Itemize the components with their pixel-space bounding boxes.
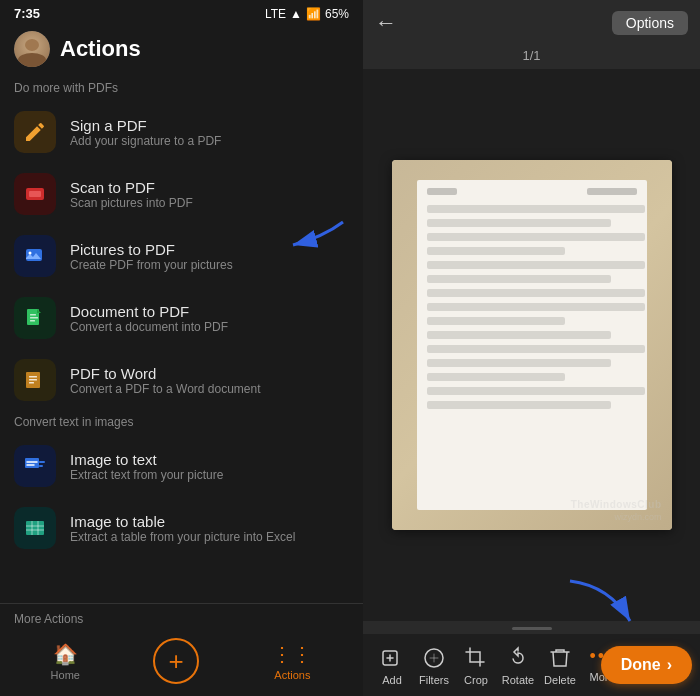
image-text-icon bbox=[14, 445, 56, 487]
image-text-subtitle: Extract text from your picture bbox=[70, 468, 223, 482]
doc-line-13 bbox=[427, 373, 565, 381]
network-indicator: LTE bbox=[265, 7, 286, 21]
action-item-sign-pdf[interactable]: Sign a PDF Add your signature to a PDF bbox=[0, 101, 363, 163]
watermark-text-2: wizydn.com bbox=[614, 512, 661, 522]
pdf-word-icon bbox=[14, 359, 56, 401]
nav-add-button[interactable]: + bbox=[153, 638, 199, 684]
svg-rect-2 bbox=[26, 249, 42, 261]
scan-pdf-text: Scan to PDF Scan pictures into PDF bbox=[70, 179, 193, 210]
doc-line-11 bbox=[427, 345, 646, 353]
action-item-image-text[interactable]: Image to text Extract text from your pic… bbox=[0, 435, 363, 497]
document-image: TheWindowsClub wizydn.com bbox=[392, 160, 672, 530]
back-button[interactable]: ← bbox=[375, 10, 397, 36]
rotate-icon bbox=[506, 646, 530, 670]
image-table-subtitle: Extract a table from your picture into E… bbox=[70, 530, 295, 544]
doc-line-8 bbox=[427, 303, 646, 311]
actions-icon: ⋮⋮ bbox=[272, 642, 312, 666]
toolbar-rotate[interactable]: Rotate bbox=[497, 646, 539, 686]
pdf-word-title: PDF to Word bbox=[70, 365, 261, 382]
pdf-word-text: PDF to Word Convert a PDF to a Word docu… bbox=[70, 365, 261, 396]
doc-pdf-text: Document to PDF Convert a document into … bbox=[70, 303, 228, 334]
sign-pdf-title: Sign a PDF bbox=[70, 117, 221, 134]
right-topbar: ← Options bbox=[363, 0, 700, 44]
toolbar-filters[interactable]: Filters bbox=[413, 646, 455, 686]
toolbar-filters-label: Filters bbox=[419, 674, 449, 686]
action-item-doc-pdf[interactable]: Document to PDF Convert a document into … bbox=[0, 287, 363, 349]
toolbar-delete-label: Delete bbox=[544, 674, 576, 686]
status-bar: 7:35 LTE ▲ 📶 65% bbox=[0, 0, 363, 25]
toolbar-crop[interactable]: Crop bbox=[455, 646, 497, 686]
nav-actions-label: Actions bbox=[274, 669, 310, 681]
svg-rect-6 bbox=[30, 314, 36, 316]
annotation-arrow bbox=[283, 217, 353, 257]
toolbar-delete[interactable]: Delete bbox=[539, 646, 581, 686]
sign-pdf-subtitle: Add your signature to a PDF bbox=[70, 134, 221, 148]
image-table-text: Image to table Extract a table from your… bbox=[70, 513, 295, 544]
action-item-scan-pdf[interactable]: Scan to PDF Scan pictures into PDF bbox=[0, 163, 363, 225]
doc-heading-center bbox=[427, 188, 457, 195]
image-text-title: Image to text bbox=[70, 451, 223, 468]
svg-rect-11 bbox=[29, 379, 37, 381]
pictures-pdf-icon bbox=[14, 235, 56, 277]
status-time: 7:35 bbox=[14, 6, 40, 21]
scan-pdf-icon bbox=[14, 173, 56, 215]
bottom-nav: More Actions 🏠 Home + ⋮⋮ Actions bbox=[0, 603, 363, 696]
doc-line-5 bbox=[427, 261, 646, 269]
svg-rect-8 bbox=[30, 320, 35, 322]
signal-icon: ▲ bbox=[290, 7, 302, 21]
crop-icon bbox=[464, 646, 488, 670]
svg-rect-1 bbox=[29, 191, 41, 197]
doc-line-15 bbox=[427, 401, 611, 409]
pictures-pdf-subtitle: Create PDF from your pictures bbox=[70, 258, 233, 272]
options-button[interactable]: Options bbox=[612, 11, 688, 35]
avatar[interactable] bbox=[14, 31, 50, 67]
page-title: Actions bbox=[60, 36, 141, 62]
doc-pdf-icon bbox=[14, 297, 56, 339]
svg-rect-14 bbox=[39, 461, 45, 463]
status-right: LTE ▲ 📶 65% bbox=[265, 7, 349, 21]
toolbar-crop-label: Crop bbox=[464, 674, 488, 686]
wifi-icon: 📶 bbox=[306, 7, 321, 21]
right-panel: ← Options 1/1 bbox=[363, 0, 700, 696]
sign-pdf-icon bbox=[14, 111, 56, 153]
page-indicator: 1/1 bbox=[363, 44, 700, 69]
doc-line-6 bbox=[427, 275, 611, 283]
nav-tabs: 🏠 Home + ⋮⋮ Actions bbox=[0, 632, 363, 692]
pictures-pdf-title: Pictures to PDF bbox=[70, 241, 233, 258]
bottom-toolbar: Add Filters Crop bbox=[363, 634, 700, 696]
done-label: Done bbox=[621, 656, 661, 674]
action-item-image-table[interactable]: Image to table Extract a table from your… bbox=[0, 497, 363, 559]
doc-heading-right bbox=[587, 188, 637, 195]
image-table-title: Image to table bbox=[70, 513, 295, 530]
sign-pdf-text: Sign a PDF Add your signature to a PDF bbox=[70, 117, 221, 148]
svg-rect-7 bbox=[30, 317, 38, 319]
add-icon bbox=[380, 646, 404, 670]
doc-line-12 bbox=[427, 359, 611, 367]
nav-home-label: Home bbox=[51, 669, 80, 681]
doc-line-9 bbox=[427, 317, 565, 325]
nav-actions[interactable]: ⋮⋮ Actions bbox=[272, 642, 312, 681]
avatar-image bbox=[14, 31, 50, 67]
pictures-pdf-text: Pictures to PDF Create PDF from your pic… bbox=[70, 241, 233, 272]
home-icon: 🏠 bbox=[53, 642, 78, 666]
doc-line-3 bbox=[427, 233, 646, 241]
left-panel: 7:35 LTE ▲ 📶 65% Actions Do more with PD… bbox=[0, 0, 363, 696]
action-item-pictures-pdf[interactable]: Pictures to PDF Create PDF from your pic… bbox=[0, 225, 363, 287]
scroll-indicator bbox=[363, 621, 700, 634]
nav-home[interactable]: 🏠 Home bbox=[51, 642, 80, 681]
svg-rect-13 bbox=[25, 458, 39, 468]
scan-pdf-title: Scan to PDF bbox=[70, 179, 193, 196]
document-preview-area: TheWindowsClub wizydn.com bbox=[363, 69, 700, 621]
doc-line-4 bbox=[427, 247, 565, 255]
doc-line-14 bbox=[427, 387, 646, 395]
image-table-icon bbox=[14, 507, 56, 549]
done-chevron-icon: › bbox=[667, 656, 672, 674]
done-button[interactable]: Done › bbox=[601, 646, 692, 684]
delete-icon bbox=[548, 646, 572, 670]
action-item-pdf-word[interactable]: PDF to Word Convert a PDF to a Word docu… bbox=[0, 349, 363, 411]
scroll-dot bbox=[512, 627, 552, 630]
svg-rect-16 bbox=[26, 521, 44, 535]
toolbar-add[interactable]: Add bbox=[371, 646, 413, 686]
watermark-text: TheWindowsClub bbox=[571, 499, 662, 510]
toolbar-add-label: Add bbox=[382, 674, 402, 686]
